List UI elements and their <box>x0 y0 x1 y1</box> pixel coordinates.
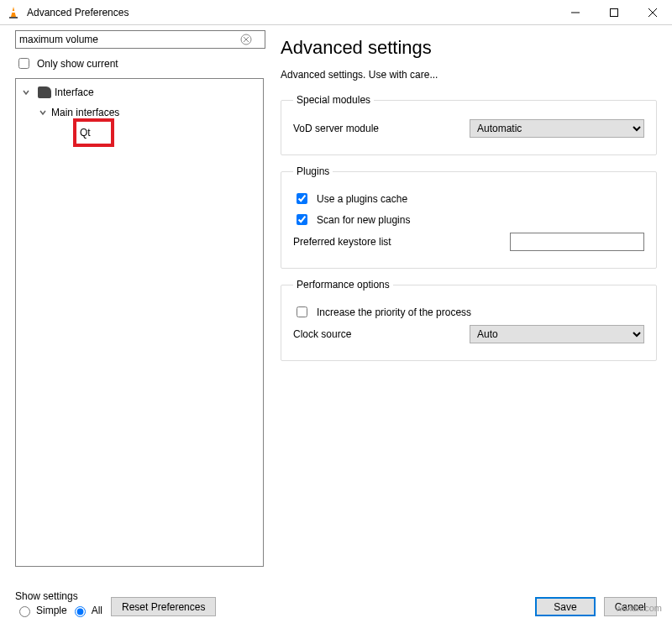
keystore-input[interactable] <box>510 233 644 251</box>
only-show-current-label: Only show current <box>37 58 118 70</box>
highlight-annotation: Qt <box>73 118 114 147</box>
show-settings-label: Show settings <box>15 590 102 602</box>
radio-all[interactable]: All <box>71 604 102 617</box>
chevron-down-icon <box>21 87 31 97</box>
interface-icon <box>38 86 51 98</box>
plugins-cache-label: Use a plugins cache <box>317 193 407 205</box>
keystore-label: Preferred keystore list <box>293 236 470 248</box>
group-legend: Special modules <box>293 94 374 106</box>
tree-label: Qt <box>80 127 91 139</box>
close-button[interactable] <box>633 0 672 25</box>
priority-checkbox[interactable] <box>297 306 307 317</box>
left-pane: Only show current Interface Main interfa… <box>0 25 270 567</box>
page-title: Advanced settings <box>281 37 657 59</box>
reset-preferences-button[interactable]: Reset Preferences <box>111 597 216 616</box>
group-legend: Performance options <box>293 279 393 291</box>
maximize-button[interactable] <box>595 0 633 25</box>
only-show-current-checkbox[interactable] <box>18 58 29 69</box>
radio-simple[interactable]: Simple <box>15 604 67 617</box>
clear-search-icon[interactable] <box>240 34 252 45</box>
page-subtitle: Advanced settings. Use with care... <box>281 69 657 81</box>
tree-item-qt[interactable]: Qt <box>16 123 263 143</box>
vod-label: VoD server module <box>293 123 470 134</box>
window-title: Advanced Preferences <box>27 7 129 18</box>
scan-plugins-checkbox[interactable] <box>297 214 307 225</box>
tree-label: Main interfaces <box>51 107 119 118</box>
save-button[interactable]: Save <box>535 597 595 616</box>
tree-item-main-interfaces[interactable]: Main interfaces <box>16 102 263 123</box>
watermark: wsxdn.com <box>616 603 662 613</box>
vod-server-select[interactable]: Automatic <box>470 119 644 138</box>
minimize-button[interactable] <box>556 0 595 25</box>
category-tree: Interface Main interfaces Qt <box>15 78 264 567</box>
vlc-icon <box>7 6 20 19</box>
footer: Show settings Simple All Reset Preferenc… <box>0 567 672 617</box>
group-plugins: Plugins Use a plugins cache Scan for new… <box>281 165 657 269</box>
clock-source-label: Clock source <box>293 328 470 340</box>
right-pane: Advanced settings Advanced settings. Use… <box>270 25 672 567</box>
chevron-down-icon <box>38 107 48 118</box>
priority-label: Increase the priority of the process <box>317 306 471 318</box>
group-special-modules: Special modules VoD server module Automa… <box>281 94 657 155</box>
tree-item-interface[interactable]: Interface <box>16 82 263 102</box>
svg-rect-2 <box>9 17 18 18</box>
tree-label: Interface <box>55 86 94 98</box>
clock-source-select[interactable]: Auto <box>470 325 644 343</box>
svg-rect-4 <box>611 8 618 16</box>
search-input[interactable] <box>15 30 265 49</box>
group-performance: Performance options Increase the priorit… <box>281 279 657 361</box>
svg-rect-1 <box>11 11 16 13</box>
plugins-cache-checkbox[interactable] <box>297 193 307 204</box>
scan-plugins-label: Scan for new plugins <box>317 214 410 226</box>
group-legend: Plugins <box>293 165 333 177</box>
titlebar: Advanced Preferences <box>0 0 672 25</box>
